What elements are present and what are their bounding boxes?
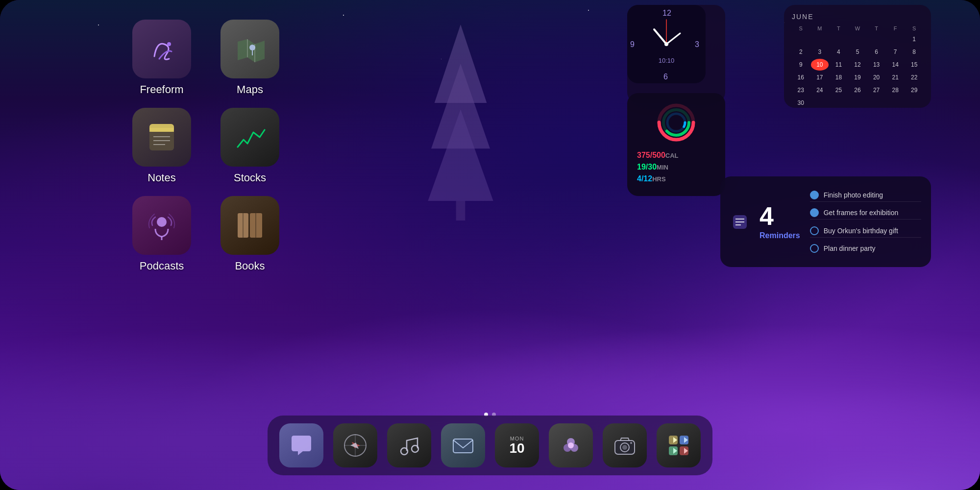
calendar-today: 10 bbox=[811, 59, 829, 71]
reminder-item-3: Buy Orkun's birthday gift bbox=[810, 224, 921, 238]
dock-fitness[interactable] bbox=[549, 423, 593, 467]
star bbox=[343, 15, 344, 16]
notes-label: Notes bbox=[147, 172, 175, 184]
svg-text:12: 12 bbox=[662, 9, 671, 17]
svg-point-52 bbox=[412, 445, 418, 452]
activity-stats: 375/500CAL 19/30MIN 4/12HRS bbox=[637, 149, 715, 185]
reminders-count-section: 4 Reminders bbox=[760, 186, 800, 257]
app-stocks[interactable]: Stocks bbox=[220, 108, 279, 184]
dock-safari[interactable] bbox=[333, 423, 377, 467]
dock: MON 10 bbox=[268, 416, 712, 475]
reminder-text-4: Plan dinner party bbox=[824, 245, 876, 252]
svg-marker-2 bbox=[428, 109, 493, 201]
svg-rect-8 bbox=[149, 128, 174, 132]
stocks-label: Stocks bbox=[234, 172, 266, 184]
calendar-grid: S M T W T F S 1 2 3 4 5 6 7 8 9 10 11 12 bbox=[792, 24, 923, 109]
reminder-text-3: Buy Orkun's birthday gift bbox=[824, 227, 898, 235]
reminder-checkbox-1 bbox=[810, 191, 819, 199]
app-maps[interactable]: Maps bbox=[220, 20, 279, 96]
podcasts-label: Podcasts bbox=[140, 260, 184, 272]
svg-point-5 bbox=[249, 45, 255, 50]
reminder-checkbox-4 bbox=[810, 244, 819, 253]
reminder-item-2: Get frames for exhibition bbox=[810, 206, 921, 220]
tree-decoration bbox=[412, 24, 510, 220]
clock-widget: 12 3 6 9 10:10 bbox=[627, 5, 725, 103]
dock-messages[interactable] bbox=[279, 423, 323, 467]
app-freeform[interactable]: Freeform bbox=[132, 20, 191, 96]
dock-shortcuts[interactable] bbox=[657, 423, 701, 467]
svg-text:9: 9 bbox=[630, 40, 635, 49]
freeform-icon bbox=[132, 20, 191, 78]
books-label: Books bbox=[235, 260, 265, 272]
reminders-count: 4 bbox=[760, 203, 800, 229]
activity-widget: 375/500CAL 19/30MIN 4/12HRS bbox=[627, 93, 725, 196]
freeform-label: Freeform bbox=[140, 83, 183, 96]
svg-point-61 bbox=[630, 442, 632, 444]
reminder-checkbox-2 bbox=[810, 208, 819, 217]
svg-point-26 bbox=[664, 42, 668, 46]
svg-point-12 bbox=[157, 217, 167, 227]
svg-point-51 bbox=[401, 448, 408, 455]
reminder-checkbox-3 bbox=[810, 226, 819, 235]
reminder-item-1: Finish photo editing bbox=[810, 189, 921, 202]
stocks-icon bbox=[220, 108, 279, 167]
dock-camera[interactable] bbox=[603, 423, 647, 467]
books-icon bbox=[220, 196, 279, 255]
svg-rect-53 bbox=[453, 439, 473, 453]
maps-label: Maps bbox=[237, 83, 263, 96]
calendar-widget: JUNE S M T W T F S 1 2 3 4 5 6 7 8 9 10 bbox=[784, 5, 931, 108]
svg-text:10:10: 10:10 bbox=[659, 57, 675, 64]
app-podcasts[interactable]: Podcasts bbox=[132, 196, 191, 272]
svg-text:6: 6 bbox=[663, 73, 668, 81]
calories-value: 375/500 bbox=[637, 151, 665, 159]
reminder-item-4: Plan dinner party bbox=[810, 242, 921, 255]
dock-calendar-date: 10 bbox=[509, 441, 524, 455]
reminders-list-icon bbox=[730, 186, 750, 257]
reminders-label: Reminders bbox=[760, 231, 800, 240]
svg-rect-3 bbox=[456, 201, 466, 220]
activity-rings bbox=[657, 103, 696, 142]
maps-icon bbox=[220, 20, 279, 78]
reminder-text-1: Finish photo editing bbox=[824, 191, 883, 199]
reminder-text-2: Get frames for exhibition bbox=[824, 209, 899, 217]
dock-mail[interactable] bbox=[441, 423, 485, 467]
star bbox=[588, 10, 589, 11]
svg-point-32 bbox=[667, 114, 685, 131]
svg-text:3: 3 bbox=[695, 40, 699, 49]
calendar-month: JUNE bbox=[792, 13, 923, 21]
star bbox=[98, 24, 99, 25]
svg-point-60 bbox=[622, 445, 627, 450]
app-notes[interactable]: Notes bbox=[132, 108, 191, 184]
podcasts-icon bbox=[132, 196, 191, 255]
svg-point-57 bbox=[568, 442, 574, 448]
reminders-list: Finish photo editing Get frames for exhi… bbox=[810, 186, 921, 257]
hours-value: 4/12 bbox=[637, 174, 652, 183]
reminders-widget: 4 Reminders Finish photo editing Get fra… bbox=[720, 176, 931, 267]
ipad-screen: Freeform Maps Notes bbox=[0, 0, 980, 490]
app-books[interactable]: Books bbox=[220, 196, 279, 272]
dock-music[interactable] bbox=[387, 423, 431, 467]
dock-calendar[interactable]: MON 10 bbox=[495, 423, 539, 467]
notes-icon bbox=[132, 108, 191, 167]
svg-point-4 bbox=[167, 42, 171, 46]
minutes-value: 19/30 bbox=[637, 163, 657, 171]
